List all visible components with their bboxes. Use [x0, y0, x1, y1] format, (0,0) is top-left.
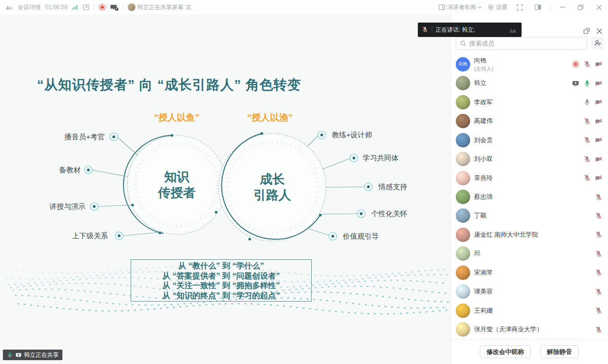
participants-panel: 向艳 向艳 (主持人) 韩立 李政军 高建伟 刘会贵: [450, 14, 608, 364]
meeting-details-button[interactable]: 会议详情: [18, 3, 41, 12]
maximize-button[interactable]: [574, 1, 587, 13]
right-item-label: 学习共同体: [363, 154, 399, 163]
panel-footer: 修改会中昵称 解除静音: [450, 339, 608, 364]
search-box[interactable]: [456, 37, 587, 50]
member-avatar: [456, 114, 470, 128]
member-row[interactable]: 刘会贵: [450, 131, 608, 149]
settings-button[interactable]: 设置: [487, 3, 508, 12]
signal-icon[interactable]: [72, 4, 78, 10]
member-avatar: [456, 95, 470, 109]
panel-popout-icon[interactable]: [584, 28, 590, 34]
member-role: (主持人): [474, 65, 493, 73]
slide-title: “从知识传授者” 向 “成长引路人” 角色转变: [37, 76, 301, 94]
search-row: [450, 37, 608, 55]
member-name: 章燕玲: [474, 174, 493, 182]
minimize-button[interactable]: [556, 1, 569, 13]
left-item-label: 上下级关系: [72, 231, 108, 241]
list-icon[interactable]: [185, 5, 192, 10]
layout-label: 演讲者布局: [447, 3, 476, 12]
member-status-icons: [584, 156, 602, 163]
member-row[interactable]: 宋湘琴: [450, 263, 608, 282]
member-row[interactable]: 章燕玲: [450, 169, 608, 187]
popout-icon[interactable]: [83, 4, 89, 11]
member-name: 张月莹（天津商业大学）: [474, 325, 543, 334]
panel-close-icon[interactable]: [596, 28, 602, 34]
member-row[interactable]: 王莉姗: [450, 301, 608, 320]
member-name: 丁颖: [474, 211, 486, 220]
member-status-icons: [584, 174, 602, 182]
fullscreen-button[interactable]: [513, 1, 526, 13]
add-member-button[interactable]: [591, 37, 604, 49]
right-item-label: 情感支持: [378, 182, 407, 192]
member-status-icons: [595, 326, 602, 333]
close-icon: [596, 5, 602, 10]
mic-muted-icon: [595, 250, 602, 257]
member-list: 向艳 向艳 (主持人) 韩立 李政军 高建伟 刘会贵: [450, 55, 608, 339]
member-row[interactable]: 李政军: [450, 93, 608, 111]
speaking-toast: 正在讲话: 韩立;: [418, 23, 522, 37]
member-row[interactable]: 蔡志强: [450, 187, 608, 206]
cam-off-icon: [595, 118, 602, 125]
summary-box: 从 “教什么” 到 “学什么” 从 “答案提供者” 到 “问题创设者” 从 “关…: [131, 259, 312, 302]
recording-indicator-icon[interactable]: [98, 3, 106, 11]
mic-muted-icon: [584, 156, 591, 163]
chevron-down-icon: [478, 6, 482, 9]
mic-muted-icon: [584, 61, 591, 68]
member-row[interactable]: 丁颖: [450, 206, 608, 225]
member-row[interactable]: 高建伟: [450, 111, 608, 130]
sharer-avatar: [128, 3, 135, 11]
mic-idle-icon: [584, 98, 591, 106]
member-status-icons: [595, 231, 602, 238]
right-item-label: 价值观引导: [343, 232, 379, 241]
layout-selector[interactable]: 演讲者布局: [438, 3, 482, 12]
meeting-window: 会议详情 01:06:58 T 韩立正在共享屏幕: [0, 0, 608, 364]
maximize-icon: [578, 4, 584, 10]
member-name: 向艳: [474, 56, 493, 65]
member-avatar: [456, 208, 470, 223]
member-status-icons: [572, 80, 602, 87]
sharing-icon: [572, 80, 579, 87]
gear-icon: [487, 4, 494, 11]
left-item-label: 备教材: [59, 166, 81, 175]
member-avatar: 向艳: [456, 57, 470, 72]
member-name: 王莉姗: [474, 306, 493, 315]
side-panel-toggle[interactable]: [532, 1, 544, 13]
side-panel-icon: [535, 4, 541, 10]
sharing-badge[interactable]: 韩立正在共享: [3, 350, 62, 360]
member-name: 蔡志强: [474, 193, 493, 201]
member-name: 韩立: [474, 79, 486, 87]
member-row[interactable]: 康金红 南师大中北学院: [450, 225, 608, 244]
member-name: 刘小双: [474, 155, 493, 163]
cam-off-icon: [595, 136, 602, 144]
member-name: 李政军: [474, 98, 493, 107]
member-row[interactable]: 邱: [450, 244, 608, 263]
member-row[interactable]: 韩立: [450, 73, 608, 92]
member-row[interactable]: 刘小双: [450, 149, 608, 168]
member-status-icons: [595, 307, 602, 314]
mic-muted-icon: [422, 26, 428, 33]
rename-button[interactable]: 修改会中昵称: [480, 345, 531, 358]
mic-muted-icon: [584, 118, 591, 125]
cam-off-icon: [595, 80, 602, 87]
member-row[interactable]: 谭美容: [450, 282, 608, 301]
left-item-label: 播音员+考官: [64, 133, 105, 142]
member-name: 宋湘琴: [474, 268, 493, 277]
member-avatar: [456, 303, 470, 318]
right-item-label: 教练+设计师: [332, 131, 372, 140]
unmute-button[interactable]: 解除静音: [540, 345, 579, 358]
member-status-icons: [595, 194, 602, 201]
member-row[interactable]: 向艳 向艳 (主持人): [450, 55, 608, 73]
member-avatar: [456, 266, 470, 280]
mic-muted-icon: [595, 307, 602, 314]
right-item-label: 个性化关怀: [371, 209, 407, 218]
search-input[interactable]: [469, 40, 583, 47]
member-name: 康金红 南师大中北学院: [474, 231, 538, 239]
member-avatar: [456, 171, 470, 185]
caption-lock-icon[interactable]: T: [110, 4, 119, 11]
member-status-icons: [584, 136, 602, 144]
speaking-toast-text: 正在讲话: 韩立;: [436, 26, 475, 34]
member-row[interactable]: 张月莹（天津商业大学）: [450, 320, 608, 339]
cam-off-icon: [595, 174, 602, 182]
member-name: 邱: [474, 249, 480, 258]
close-button[interactable]: [593, 1, 605, 13]
